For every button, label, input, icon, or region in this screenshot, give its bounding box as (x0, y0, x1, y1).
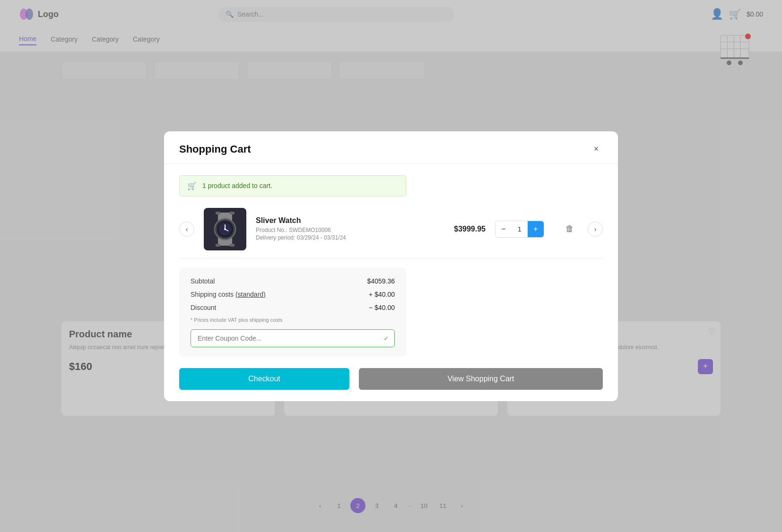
shipping-underline: (standard) (235, 291, 266, 298)
subtotal-value: $4059.36 (367, 277, 395, 285)
coupon-check-icon: ✓ (383, 335, 389, 342)
product-name: Sliver Watch (256, 216, 435, 225)
discount-row: Discount − $40.00 (191, 304, 395, 311)
divider (179, 258, 603, 258)
shipping-value: + $40.00 (369, 291, 395, 298)
next-product-arrow[interactable]: › (588, 222, 603, 237)
qty-decrease-btn[interactable]: − (495, 221, 512, 237)
watch-svg (209, 210, 242, 248)
product-row: ‹ (179, 208, 603, 250)
checkout-button[interactable]: Checkout (179, 368, 349, 390)
modal-overlay: Shopping Cart × 🛒 1 product added to car… (0, 0, 782, 532)
svg-rect-21 (230, 244, 235, 247)
qty-value: 1 (512, 225, 528, 233)
success-banner: 🛒 1 product added to cart. (179, 175, 406, 197)
product-info: Sliver Watch Product No.: SWDEMO10006 De… (256, 216, 435, 242)
coupon-row: ✓ (191, 329, 395, 347)
modal-title: Shopping Cart (179, 143, 251, 155)
close-button[interactable]: × (590, 143, 603, 156)
subtotal-row: Subtotal $4059.36 (191, 277, 395, 285)
product-image (204, 208, 246, 250)
discount-label: Discount (191, 304, 216, 311)
prev-product-arrow[interactable]: ‹ (179, 222, 194, 237)
discount-value: − $40.00 (369, 304, 395, 311)
product-price: $3999.95 (454, 225, 486, 233)
subtotal-label: Subtotal (191, 277, 215, 285)
cart-success-icon: 🛒 (187, 181, 197, 190)
svg-point-17 (224, 228, 226, 230)
shipping-row: Shipping costs (standard) + $40.00 (191, 291, 395, 298)
product-number: Product No.: SWDEMO10006 (256, 227, 435, 233)
coupon-input[interactable] (191, 329, 395, 347)
delete-product-btn[interactable]: 🗑 (561, 221, 578, 238)
success-text: 1 product added to cart. (202, 182, 272, 189)
shopping-cart-modal: Shopping Cart × 🛒 1 product added to car… (164, 131, 618, 401)
summary-box: Subtotal $4059.36 Shipping costs (standa… (179, 268, 406, 357)
view-cart-button[interactable]: View Shopping Cart (359, 368, 603, 390)
product-delivery: Delivery period: 03/29/24 - 03/31/24 (256, 234, 435, 241)
quantity-control: − 1 + (495, 221, 544, 238)
qty-increase-btn[interactable]: + (528, 221, 544, 237)
summary-note: * Prices include VAT plus shipping costs (191, 317, 395, 323)
svg-rect-20 (216, 244, 220, 247)
modal-body: 🛒 1 product added to cart. ‹ (164, 164, 618, 401)
svg-rect-18 (216, 212, 220, 215)
modal-header: Shopping Cart × (164, 131, 618, 164)
svg-rect-19 (230, 212, 235, 215)
shipping-label: Shipping costs (standard) (191, 291, 266, 298)
action-row: Checkout View Shopping Cart (179, 368, 603, 390)
